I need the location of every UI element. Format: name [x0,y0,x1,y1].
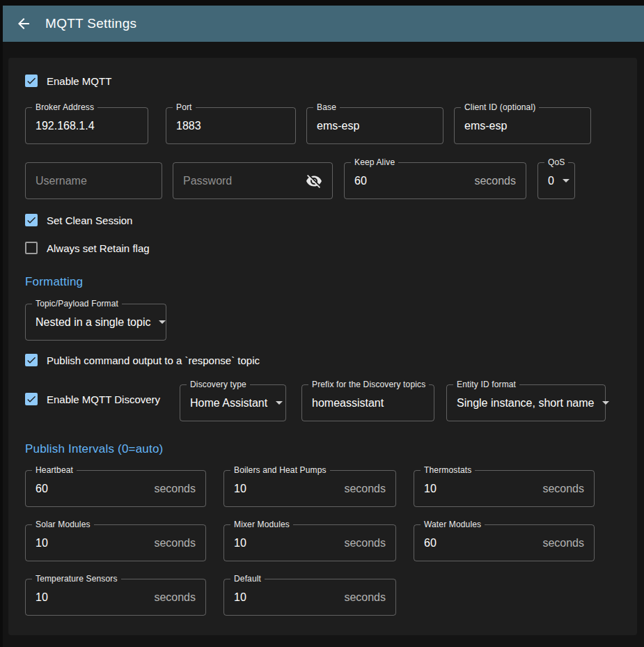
publish-response-checkbox[interactable] [25,354,38,366]
default-interval-field: Default seconds [223,579,396,616]
default-interval-unit: seconds [344,591,386,604]
keep-alive-input[interactable] [354,175,469,187]
base-field: Base [306,107,443,144]
enable-mqtt-checkbox[interactable] [25,75,38,87]
password-field [173,162,333,199]
broker-address-field: Broker Address [25,107,148,144]
thermostats-label: Thermostats [421,465,475,475]
water-modules-label: Water Modules [421,520,485,529]
client-id-label: Client ID (optional) [461,102,539,112]
client-id-input[interactable] [464,120,581,132]
retain-flag-checkbox[interactable] [25,242,38,254]
water-modules-unit: seconds [542,537,584,549]
clean-session-label: Set Clean Session [47,215,132,226]
mixer-modules-field: Mixer Modules seconds [223,524,396,561]
qos-value: 0 [548,175,554,187]
page-title: MQTT Settings [45,16,136,31]
chevron-down-icon [159,320,166,324]
check-icon [26,393,37,405]
temperature-sensors-label: Temperature Sensors [32,574,121,584]
topic-payload-format-select[interactable]: Topic/Payload Format Nested in a single … [25,304,166,341]
clean-session-checkbox[interactable] [25,214,38,226]
boilers-input[interactable] [234,483,338,495]
app-bar: MQTT Settings [3,6,644,42]
toggle-password-visibility-button[interactable] [306,173,322,189]
default-interval-label: Default [230,574,265,584]
thermostats-unit: seconds [542,483,584,495]
publish-response-label: Publish command output to a `response` t… [47,354,260,366]
chevron-down-icon [276,401,283,405]
topic-payload-format-label: Topic/Payload Format [32,299,122,309]
entity-id-format-label: Entity ID format [453,380,519,389]
port-input[interactable] [176,120,285,132]
discovery-prefix-label: Prefix for the Discovery topics [308,380,429,389]
window-edge [0,0,3,647]
solar-modules-label: Solar Modules [32,520,94,529]
temperature-sensors-unit: seconds [154,591,196,604]
heartbeat-input[interactable] [36,483,148,495]
enable-discovery-row: Enable MQTT Discovery [25,393,180,405]
boilers-label: Boilers and Heat Pumps [230,465,330,475]
mixer-modules-unit: seconds [344,537,386,549]
broker-address-input[interactable] [36,120,138,132]
discovery-prefix-input[interactable] [312,397,424,410]
publish-response-row: Publish command output to a `response` t… [25,354,620,366]
chevron-down-icon [563,179,570,182]
temperature-sensors-field: Temperature Sensors seconds [25,579,206,616]
entity-id-format-select[interactable]: Entity ID format Single instance, short … [446,384,606,421]
heartbeat-field: Heartbeat seconds [25,470,206,507]
enable-discovery-checkbox[interactable] [25,393,38,405]
thermostats-field: Thermostats seconds [414,470,595,507]
solar-modules-field: Solar Modules seconds [25,524,206,561]
discovery-type-label: Discovery type [187,380,250,389]
window-top-edge [0,0,644,6]
publish-intervals-heading: Publish Intervals (0=auto) [25,442,620,456]
entity-id-format-value: Single instance, short name [457,397,594,410]
thermostats-input[interactable] [424,483,537,495]
keep-alive-field: Keep Alive seconds [344,162,526,199]
check-icon [26,75,37,86]
water-modules-field: Water Modules seconds [414,524,595,561]
mixer-modules-input[interactable] [234,537,338,549]
credentials-row: Keep Alive seconds QoS 0 [25,162,620,199]
temperature-sensors-input[interactable] [36,591,148,604]
formatting-heading: Formatting [25,275,620,289]
password-input[interactable] [183,175,306,187]
broker-settings-row: Broker Address Port Base Client ID (opti… [25,107,620,144]
publish-intervals-grid: Heartbeat seconds Boilers and Heat Pumps… [25,470,620,616]
base-label: Base [313,102,340,112]
enable-mqtt-label: Enable MQTT [47,75,111,87]
enable-mqtt-row: Enable MQTT [25,75,620,87]
water-modules-input[interactable] [424,537,537,549]
mixer-modules-label: Mixer Modules [230,520,293,529]
arrow-left-icon [15,15,32,32]
retain-flag-label: Always set Retain flag [47,242,150,254]
default-interval-input[interactable] [234,591,338,604]
heartbeat-unit: seconds [154,483,196,495]
discovery-type-select[interactable]: Discovery type Home Assistant [180,384,286,421]
heartbeat-label: Heartbeat [32,465,77,475]
client-id-field: Client ID (optional) [454,107,591,144]
keep-alive-unit: seconds [474,175,516,187]
check-icon [26,215,37,226]
mqtt-discovery-row: Enable MQTT Discovery Discovery type Hom… [25,384,620,421]
username-input[interactable] [36,175,152,187]
solar-modules-unit: seconds [154,537,196,549]
solar-modules-input[interactable] [36,537,148,549]
boilers-field: Boilers and Heat Pumps seconds [223,470,396,507]
port-field: Port [166,107,296,144]
base-input[interactable] [317,120,433,132]
qos-select[interactable]: QoS 0 [537,162,575,199]
check-icon [26,354,37,366]
username-field [25,162,162,199]
port-label: Port [173,102,196,112]
boilers-unit: seconds [344,483,386,495]
settings-card: Enable MQTT Broker Address Port Base Cli… [8,58,637,635]
broker-address-label: Broker Address [32,102,97,112]
clean-session-row: Set Clean Session [25,214,620,226]
enable-discovery-label: Enable MQTT Discovery [47,393,160,405]
topic-payload-format-value: Nested in a single topic [36,316,150,329]
chevron-down-icon [602,401,609,405]
visibility-off-icon [306,173,322,189]
back-button[interactable] [15,15,32,32]
